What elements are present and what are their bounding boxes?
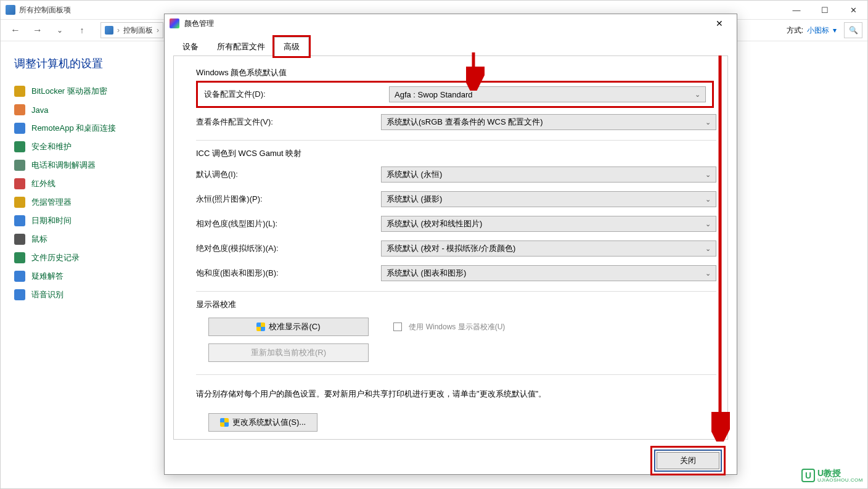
device-profile-select[interactable]: Agfa : Swop Standard ⌄ (389, 86, 706, 102)
control-panel-item[interactable]: 红外线 (14, 178, 116, 189)
nav-recent-button[interactable]: ⌄ (50, 22, 70, 39)
control-panel-item-label: 日期和时间 (31, 215, 72, 226)
relative-value: 系统默认 (校对和线性图片) (387, 218, 482, 229)
control-panel-item-icon (14, 197, 25, 208)
tab-all-profiles[interactable]: 所有配置文件 (208, 37, 274, 56)
control-panel-item[interactable]: 电话和调制解调器 (14, 160, 116, 171)
control-panel-list: BitLocker 驱动器加密JavaRemoteApp 和桌面连接安全和维护电… (8, 86, 116, 300)
close-btn-label: 关闭 (680, 455, 696, 466)
search-input[interactable]: 🔍 (844, 22, 862, 38)
change-defaults-label: 更改系统默认值(S)... (232, 417, 306, 428)
saturation-value: 系统默认 (图表和图形) (387, 268, 466, 279)
control-panel-item[interactable]: 疑难解答 (14, 271, 116, 282)
control-panel-item-label: BitLocker 驱动器加密 (31, 86, 107, 97)
perceptual-select[interactable]: 系统默认 (摄影) ⌄ (381, 191, 716, 207)
control-panel-item[interactable]: 安全和维护 (14, 141, 116, 152)
control-panel-item-icon (14, 104, 25, 115)
absolute-value: 系统默认 (校对 - 模拟纸张/介质颜色) (387, 243, 515, 254)
control-panel-item-icon (14, 123, 25, 134)
maximize-button[interactable]: ☐ (811, 1, 839, 19)
absolute-label: 绝对色度(模拟纸张)(A): (196, 243, 381, 254)
saturation-select[interactable]: 系统默认 (图表和图形) ⌄ (381, 265, 716, 281)
control-panel-item[interactable]: 凭据管理器 (14, 197, 116, 208)
control-panel-icon (6, 5, 15, 15)
dialog-close-ok-button[interactable]: 关闭 (657, 452, 719, 469)
chevron-down-icon: ⌄ (705, 171, 711, 179)
control-panel-item-icon (14, 215, 25, 226)
control-panel-item-icon (14, 86, 25, 97)
chevron-down-icon: ⌄ (705, 195, 711, 203)
perceptual-value: 系统默认 (摄影) (387, 194, 442, 205)
control-panel-item[interactable]: 语音识别 (14, 289, 116, 300)
control-panel-item-label: Java (31, 105, 48, 115)
parent-content: 调整计算机的设置 BitLocker 驱动器加密JavaRemoteApp 和桌… (1, 41, 123, 311)
control-panel-item-label: 凭据管理器 (31, 197, 72, 208)
breadcrumb-icon (105, 26, 113, 35)
nav-back-button[interactable]: ← (6, 22, 25, 39)
relative-select[interactable]: 系统默认 (校对和线性图片) ⌄ (381, 216, 716, 232)
control-panel-item-icon (14, 252, 25, 263)
watermark-icon: U (801, 469, 815, 482)
breadcrumb-sep: › (117, 26, 120, 35)
calibrate-display-label: 校准显示器(C) (269, 321, 320, 332)
control-panel-item-label: 红外线 (31, 178, 55, 189)
watermark-brand: U教授 (817, 468, 841, 478)
viewing-profile-select[interactable]: 系统默认(sRGB 查看条件的 WCS 配置文件) ⌄ (381, 114, 716, 130)
tab-advanced-content: Windows 颜色系统默认值 设备配置文件(D): Agfa : Swop S… (173, 56, 728, 440)
nav-forward-button[interactable]: → (28, 22, 47, 39)
default-intent-value: 系统默认 (永恒) (387, 169, 442, 180)
section-calibration-title: 显示器校准 (196, 299, 716, 310)
control-panel-item[interactable]: BitLocker 驱动器加密 (14, 86, 116, 97)
nav-up-button[interactable]: ↑ (72, 22, 92, 39)
control-panel-item[interactable]: 文件历史记录 (14, 252, 116, 263)
change-system-defaults-button[interactable]: 更改系统默认值(S)... (208, 413, 317, 432)
breadcrumb-item[interactable]: 控制面板 (123, 25, 153, 36)
control-panel-item[interactable]: Java (14, 104, 116, 115)
control-panel-item[interactable]: 鼠标 (14, 234, 116, 245)
tab-devices[interactable]: 设备 (173, 37, 208, 56)
control-panel-item-label: RemoteApp 和桌面连接 (31, 123, 116, 134)
default-intent-label: 默认调色(I): (196, 169, 381, 180)
close-button-highlight: 关闭 (650, 446, 726, 475)
view-mode-value[interactable]: 小图标 (807, 25, 829, 36)
reload-calibration-button: 重新加载当前校准(R) (208, 343, 369, 362)
control-panel-item[interactable]: 日期和时间 (14, 215, 116, 226)
use-windows-cal-checkbox[interactable]: 使用 Windows 显示器校准(U) (393, 322, 505, 332)
control-panel-item-label: 电话和调制解调器 (31, 160, 96, 171)
watermark-sub: UJIAOSHOU.COM (817, 477, 863, 483)
reload-calibration-label: 重新加载当前校准(R) (251, 347, 326, 358)
chevron-down-icon: ⌄ (705, 245, 711, 253)
control-panel-item[interactable]: RemoteApp 和桌面连接 (14, 123, 116, 134)
color-management-dialog: 颜色管理 ✕ 设备 所有配置文件 高级 Windows 颜色系统默认值 设备配置… (164, 14, 737, 475)
default-intent-select[interactable]: 系统默认 (永恒) ⌄ (381, 166, 716, 183)
page-title: 调整计算机的设置 (14, 56, 116, 71)
tab-advanced[interactable]: 高级 (274, 37, 309, 56)
hint-text: 请分别存储对每个用户的颜色设置。要对新用户和共享打印机进行更改，请单击"更改系统… (196, 388, 716, 400)
device-profile-label: 设备配置文件(D): (204, 89, 389, 100)
chevron-down-icon: ⌄ (705, 269, 711, 277)
chevron-down-icon: ⌄ (705, 220, 711, 228)
watermark: U U教授 UJIAOSHOU.COM (801, 468, 863, 483)
breadcrumb[interactable]: › 控制面板 › (100, 22, 163, 38)
dialog-close-button[interactable]: ✕ (707, 15, 732, 32)
control-panel-item-label: 安全和维护 (31, 141, 72, 152)
control-panel-item-icon (14, 141, 25, 152)
dialog-title-label: 颜色管理 (184, 18, 214, 29)
saturation-label: 饱和度(图表和图形)(B): (196, 268, 381, 279)
control-panel-item-label: 疑难解答 (31, 271, 63, 282)
control-panel-item-icon (14, 271, 25, 282)
perceptual-label: 永恒(照片图像)(P): (196, 194, 381, 205)
control-panel-item-icon (14, 289, 25, 300)
control-panel-item-label: 语音识别 (31, 289, 63, 300)
chevron-down-icon: ⌄ (705, 118, 711, 126)
dialog-title: 颜色管理 (170, 18, 214, 29)
absolute-select[interactable]: 系统默认 (校对 - 模拟纸张/介质颜色) ⌄ (381, 240, 716, 257)
relative-label: 相对色度(线型图片)(L): (196, 218, 381, 229)
checkbox-icon (393, 323, 402, 331)
control-panel-item-label: 鼠标 (31, 234, 47, 245)
close-button[interactable]: ✕ (839, 1, 867, 19)
calibrate-display-button[interactable]: 校准显示器(C) (208, 318, 369, 336)
minimize-button[interactable]: — (782, 1, 811, 19)
view-mode: 方式: 小图标 ▾ (787, 25, 837, 36)
control-panel-item-icon (14, 160, 25, 171)
